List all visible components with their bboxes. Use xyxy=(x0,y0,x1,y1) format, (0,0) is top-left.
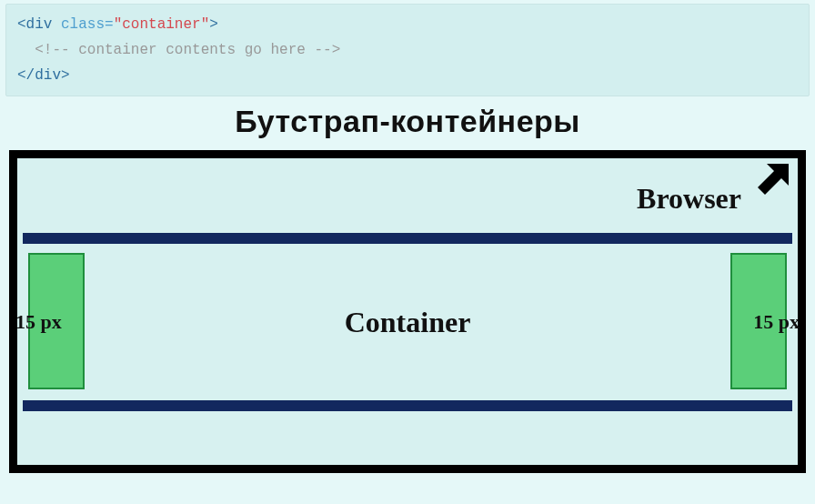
svg-marker-0 xyxy=(758,164,789,195)
browser-header-area: Browser xyxy=(17,158,798,229)
browser-label: Browser xyxy=(637,182,741,216)
page-title: Бутстрап-контейнеры xyxy=(0,104,815,139)
code-attr-name: class= xyxy=(61,16,114,33)
container-band: 15 px Container 15 px xyxy=(23,233,792,411)
code-line-3: </div> xyxy=(17,63,798,88)
container-label: Container xyxy=(345,306,471,339)
padding-right-label: 15 px xyxy=(753,310,800,334)
diagram-browser-frame: Browser 15 px Container 15 px xyxy=(9,150,806,473)
arrow-up-right-icon xyxy=(743,160,792,209)
code-line-1: <div class="container"> xyxy=(17,12,798,37)
code-tag-open: <div xyxy=(17,16,52,33)
code-line-2: <!-- container contents go here --> xyxy=(17,37,798,63)
code-comment: <!-- container contents go here --> xyxy=(35,42,340,58)
code-attr-value: "container" xyxy=(114,16,210,33)
code-block: <div class="container"> <!-- container c… xyxy=(5,4,810,96)
code-tag-end: </div> xyxy=(17,67,70,84)
code-tag-close: > xyxy=(209,16,218,33)
padding-left-label: 15 px xyxy=(15,310,62,334)
